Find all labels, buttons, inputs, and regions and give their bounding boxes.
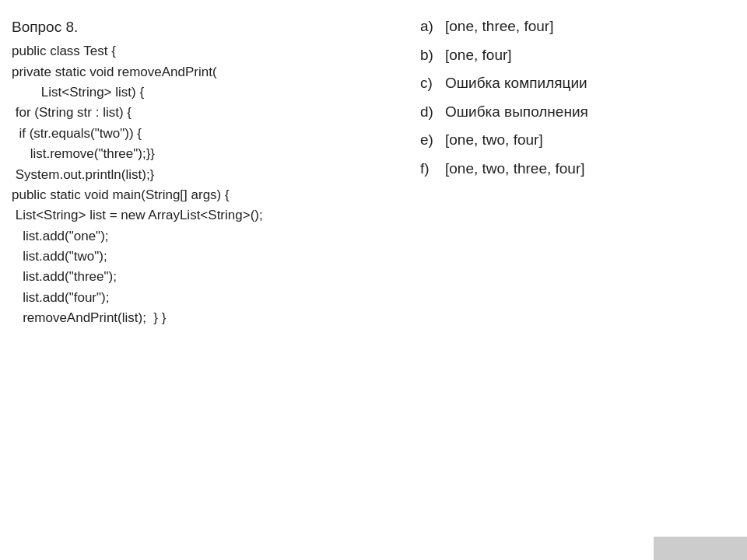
option-item: a)[one, three, four] [420,16,731,38]
option-text: Ошибка выполнения [445,101,731,124]
option-item: b)[one, four] [420,44,731,67]
option-item: e)[one, two, four] [420,129,731,152]
option-letter: f) [420,158,445,180]
left-panel: Вопрос 8. public class Test { private st… [8,16,412,552]
option-letter: c) [420,72,445,95]
bottom-bar [654,537,747,560]
option-item: d)Ошибка выполнения [420,101,731,124]
option-item: f)[one, two, three, four] [420,158,731,180]
option-item: c)Ошибка компиляции [420,72,731,95]
option-text: [one, two, three, four] [445,158,731,180]
question-title: Вопрос 8. [12,16,405,38]
option-letter: e) [420,129,445,152]
option-text: [one, three, four] [445,16,731,38]
options-list: a)[one, three, four]b)[one, four]c)Ошибк… [420,16,731,180]
option-letter: a) [420,16,445,38]
option-text: Ошибка компиляции [445,72,731,95]
option-text: [one, four] [445,44,731,67]
right-panel: a)[one, three, four]b)[one, four]c)Ошибк… [412,16,739,552]
page-container: Вопрос 8. public class Test { private st… [0,0,747,560]
option-letter: d) [420,101,445,124]
option-text: [one, two, four] [445,129,731,152]
option-letter: b) [420,44,445,67]
code-block: public class Test { private static void … [12,41,405,328]
